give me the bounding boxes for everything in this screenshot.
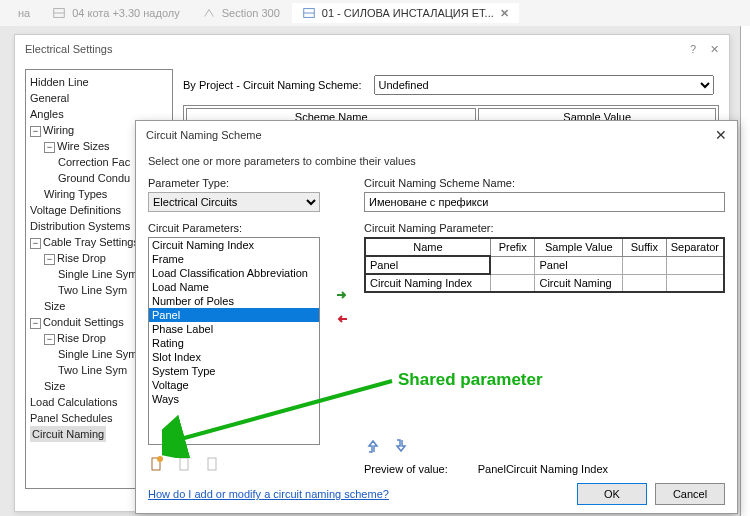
tree-toggle-icon[interactable]: − bbox=[30, 126, 41, 137]
tree-item-circuitnaming[interactable]: Circuit Naming bbox=[30, 426, 106, 442]
col-separator: Separator bbox=[666, 238, 724, 256]
list-item[interactable]: Rating bbox=[149, 336, 319, 350]
dialog-title: Electrical Settings bbox=[25, 43, 112, 55]
svg-rect-7 bbox=[208, 458, 216, 470]
tree-toggle-icon[interactable]: − bbox=[44, 334, 55, 345]
help-icon[interactable]: ? bbox=[690, 43, 696, 56]
close-icon[interactable]: ✕ bbox=[500, 7, 509, 20]
list-item[interactable]: Load Classification Abbreviation bbox=[149, 266, 319, 280]
list-item-selected[interactable]: Panel bbox=[149, 308, 319, 322]
add-param-button[interactable] bbox=[334, 287, 350, 303]
tree-item-conduit[interactable]: Conduit Settings bbox=[43, 314, 124, 330]
tree-item-cabletray[interactable]: Cable Tray Settings bbox=[43, 234, 139, 250]
view-icon bbox=[302, 6, 316, 20]
tree-item-wiring-types[interactable]: Wiring Types bbox=[44, 186, 107, 202]
doc-tab-3[interactable]: 01 - СИЛОВА ИНСТАЛАЦИЯ ЕТ... ✕ bbox=[292, 3, 519, 23]
scheme-name-label: Circuit Naming Scheme Name: bbox=[364, 177, 725, 189]
tree-item-single[interactable]: Single Line Sym bbox=[58, 346, 138, 362]
new-parameter-icon[interactable] bbox=[148, 455, 166, 473]
tree-toggle-icon[interactable]: − bbox=[30, 238, 41, 249]
tree-item-two[interactable]: Two Line Sym bbox=[58, 282, 127, 298]
param-type-select[interactable]: Electrical Circuits bbox=[148, 192, 320, 212]
tree-toggle-icon[interactable]: − bbox=[30, 318, 41, 329]
circuit-params-list[interactable]: Circuit Naming Index Frame Load Classifi… bbox=[148, 237, 320, 445]
tree-item-hidden-line[interactable]: Hidden Line bbox=[30, 74, 89, 90]
ok-button[interactable]: OK bbox=[577, 483, 647, 505]
svg-rect-6 bbox=[180, 458, 188, 470]
delete-parameter-icon[interactable] bbox=[204, 455, 222, 473]
list-item[interactable]: Slot Index bbox=[149, 350, 319, 364]
naming-param-label: Circuit Naming Parameter: bbox=[364, 222, 725, 234]
tree-item-correction[interactable]: Correction Fac bbox=[58, 154, 130, 170]
tree-item-size[interactable]: Size bbox=[44, 378, 65, 394]
doc-tab-label: Section 300 bbox=[222, 7, 280, 19]
tree-item-size[interactable]: Size bbox=[44, 298, 65, 314]
remove-param-button[interactable] bbox=[334, 311, 350, 327]
list-item[interactable]: Voltage bbox=[149, 378, 319, 392]
doc-tab-1[interactable]: 04 кота +3.30 надолу bbox=[42, 3, 190, 23]
close-icon[interactable]: ✕ bbox=[715, 127, 727, 143]
tree-item-two[interactable]: Two Line Sym bbox=[58, 362, 127, 378]
view-icon bbox=[52, 6, 66, 20]
tree-item-wire-sizes[interactable]: Wire Sizes bbox=[57, 138, 110, 154]
document-tab-bar: на 04 кота +3.30 надолу Section 300 01 -… bbox=[0, 0, 750, 26]
section-icon bbox=[202, 6, 216, 20]
doc-tab-label: на bbox=[18, 7, 30, 19]
col-prefix: Prefix bbox=[490, 238, 535, 256]
doc-tab-label: 04 кота +3.30 надолу bbox=[72, 7, 180, 19]
tree-toggle-icon[interactable]: − bbox=[44, 142, 55, 153]
cancel-button[interactable]: Cancel bbox=[655, 483, 725, 505]
preview-value: PanelCircuit Naming Index bbox=[478, 463, 608, 475]
table-row[interactable]: Circuit Naming Index Circuit Naming bbox=[365, 274, 724, 292]
table-row[interactable]: Panel Panel bbox=[365, 256, 724, 274]
dialog-subtitle: Select one or more parameters to combine… bbox=[148, 155, 725, 167]
edit-parameter-icon[interactable] bbox=[176, 455, 194, 473]
dialog-title: Circuit Naming Scheme bbox=[146, 129, 262, 141]
col-suffix: Suffix bbox=[623, 238, 667, 256]
tree-item-single[interactable]: Single Line Sym bbox=[58, 266, 138, 282]
tree-item-angles[interactable]: Angles bbox=[30, 106, 64, 122]
svg-point-5 bbox=[157, 456, 163, 462]
tree-item-voltage[interactable]: Voltage Definitions bbox=[30, 202, 121, 218]
tree-item-risedrop[interactable]: Rise Drop bbox=[57, 330, 106, 346]
col-name: Name bbox=[365, 238, 490, 256]
tree-item-loadcalc[interactable]: Load Calculations bbox=[30, 394, 117, 410]
circuit-naming-scheme-dialog: Circuit Naming Scheme ✕ Select one or mo… bbox=[135, 120, 738, 514]
doc-tab-2[interactable]: Section 300 bbox=[192, 3, 290, 23]
tree-item-wiring[interactable]: Wiring bbox=[43, 122, 74, 138]
list-item[interactable]: System Type bbox=[149, 364, 319, 378]
naming-param-table[interactable]: Name Prefix Sample Value Suffix Separato… bbox=[364, 237, 725, 293]
dialog-titlebar: Circuit Naming Scheme ✕ bbox=[136, 121, 737, 149]
list-item[interactable]: Phase Label bbox=[149, 322, 319, 336]
circuit-params-label: Circuit Parameters: bbox=[148, 222, 320, 234]
byproject-select[interactable]: Undefined bbox=[374, 75, 714, 95]
param-type-label: Parameter Type: bbox=[148, 177, 320, 189]
list-item[interactable]: Number of Poles bbox=[149, 294, 319, 308]
doc-tab-label: 01 - СИЛОВА ИНСТАЛАЦИЯ ЕТ... bbox=[322, 7, 494, 19]
tree-toggle-icon[interactable]: − bbox=[44, 254, 55, 265]
tree-item-general[interactable]: General bbox=[30, 90, 69, 106]
drawing-background bbox=[740, 26, 750, 516]
help-link[interactable]: How do I add or modify a circuit naming … bbox=[148, 488, 389, 500]
move-up-icon[interactable] bbox=[364, 437, 382, 455]
tree-item-ground[interactable]: Ground Condu bbox=[58, 170, 130, 186]
tree-item-risedrop[interactable]: Rise Drop bbox=[57, 250, 106, 266]
col-sample: Sample Value bbox=[535, 238, 623, 256]
annotation-label: Shared parameter bbox=[398, 370, 543, 390]
list-item[interactable]: Load Name bbox=[149, 280, 319, 294]
list-item[interactable]: Ways bbox=[149, 392, 319, 406]
byproject-label: By Project - Circuit Naming Scheme: bbox=[183, 79, 362, 91]
tree-item-panelsched[interactable]: Panel Schedules bbox=[30, 410, 113, 426]
close-icon[interactable]: ✕ bbox=[710, 43, 719, 56]
list-item[interactable]: Frame bbox=[149, 252, 319, 266]
tree-item-dist[interactable]: Distribution Systems bbox=[30, 218, 130, 234]
move-down-icon[interactable] bbox=[392, 437, 410, 455]
list-item[interactable]: Circuit Naming Index bbox=[149, 238, 319, 252]
doc-tab-0[interactable]: на bbox=[8, 4, 40, 22]
preview-label: Preview of value: bbox=[364, 463, 448, 475]
dialog-titlebar: Electrical Settings ? ✕ bbox=[15, 35, 729, 63]
scheme-name-input[interactable] bbox=[364, 192, 725, 212]
